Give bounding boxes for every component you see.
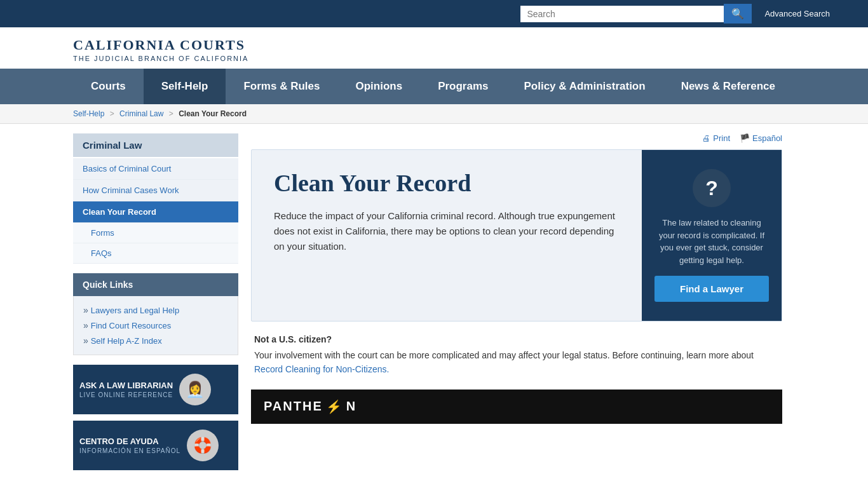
hero-title: Clean Your Record [274, 169, 620, 197]
top-search-bar: 🔍 Advanced Search [0, 0, 868, 27]
logo-area: CALIFORNIA COURTS THE JUDICIAL BRANCH OF… [0, 27, 868, 69]
content-wrapper: Criminal Law Basics of Criminal Court Ho… [0, 124, 868, 480]
espanol-label: Español [752, 133, 782, 143]
nav-item-selfhelp[interactable]: Self-Help [144, 69, 226, 104]
printer-icon: 🖨 [702, 133, 710, 143]
centro-text: CENTRO DE AYUDA INFORMACIÓN EN ESPAÑOL [79, 437, 180, 454]
nav-item-policy[interactable]: Policy & Administration [506, 69, 663, 104]
nav-item-courts[interactable]: Courts [73, 69, 144, 104]
quick-link-selfhelp-index[interactable]: Self Help A-Z Index [91, 336, 162, 346]
quick-link-lawyers[interactable]: Lawyers and Legal Help [91, 306, 179, 315]
centro-sub-text: INFORMACIÓN EN ESPAÑOL [79, 447, 180, 454]
breadcrumb-current: Clean Your Record [179, 109, 247, 118]
breadcrumb-selfhelp[interactable]: Self-Help [73, 109, 104, 118]
pantheon-banner: PANTHE⚡N [251, 390, 782, 424]
sidebar-item-howcases[interactable]: How Criminal Cases Work [73, 180, 238, 201]
panel-text: The law related to cleaning your record … [654, 217, 769, 266]
sidebar-sub-item-faqs[interactable]: FAQs [73, 243, 238, 264]
breadcrumb-sep1: > [110, 109, 114, 118]
espanol-link[interactable]: 🏴 Español [740, 133, 782, 143]
search-input[interactable] [520, 6, 724, 22]
main-content: 🖨 Print 🏴 Español Clean Your Record Redu… [238, 124, 795, 480]
sidebar-section-title: Criminal Law [73, 133, 238, 157]
not-citizen-body: Your involvement with the court can be m… [254, 350, 754, 360]
nav-item-newsreference[interactable]: News & Reference [663, 69, 793, 104]
centro-main-text: CENTRO DE AYUDA [79, 437, 180, 446]
sidebar: Criminal Law Basics of Criminal Court Ho… [73, 124, 238, 480]
sidebar-sub-item-forms[interactable]: Forms [73, 223, 238, 243]
record-cleaning-link[interactable]: Record Cleaning for Non-Citizens. [254, 364, 389, 374]
ask-librarian-sub-text: LIVE ONLINE REFERENCE [79, 391, 173, 398]
flag-icon: 🏴 [740, 133, 750, 143]
quick-links-title: Quick Links [73, 273, 238, 296]
pantheon-logo: PANTHE⚡N [264, 399, 356, 414]
hero-side-panel: ? The law related to cleaning your recor… [642, 150, 782, 321]
print-lang-bar: 🖨 Print 🏴 Español [251, 133, 782, 143]
nav-item-formsrules[interactable]: Forms & Rules [226, 69, 337, 104]
pantheon-text-part1: PANTHE [264, 399, 323, 414]
logo-title: CALIFORNIA COURTS [73, 37, 830, 53]
logo-subtitle: THE JUDICIAL BRANCH OF CALIFORNIA [73, 55, 830, 62]
not-citizen-title: Not a U.S. citizen? [254, 334, 779, 344]
main-nav: Courts Self-Help Forms & Rules Opinions … [0, 69, 868, 104]
sidebar-item-cleanyourrecord[interactable]: Clean Your Record [73, 201, 238, 223]
breadcrumb-criminallaw[interactable]: Criminal Law [119, 109, 163, 118]
hero-text-area: Clean Your Record Reduce the impact of y… [252, 150, 642, 321]
breadcrumb-sep2: > [169, 109, 173, 118]
ask-librarian-banner[interactable]: ASK A LAW LIBRARIAN LIVE ONLINE REFERENC… [73, 365, 238, 414]
search-form: 🔍 [520, 4, 752, 24]
search-button[interactable]: 🔍 [724, 4, 752, 24]
breadcrumb: Self-Help > Criminal Law > Clean Your Re… [0, 104, 868, 124]
centro-avatar: 🛟 [187, 430, 219, 461]
pantheon-lightning: ⚡ [326, 399, 343, 414]
ask-librarian-main-text: ASK A LAW LIBRARIAN [79, 381, 173, 390]
find-lawyer-button[interactable]: Find a Lawyer [654, 276, 769, 302]
nav-item-programs[interactable]: Programs [420, 69, 506, 104]
quick-links-list: Lawyers and Legal Help Find Court Resour… [73, 296, 238, 355]
hero-description: Reduce the impact of your California cri… [274, 208, 620, 254]
banner-text: ASK A LAW LIBRARIAN LIVE ONLINE REFERENC… [79, 381, 173, 398]
hero-box: Clean Your Record Reduce the impact of y… [251, 149, 782, 322]
advanced-search-link[interactable]: Advanced Search [764, 9, 830, 18]
centro-banner[interactable]: CENTRO DE AYUDA INFORMACIÓN EN ESPAÑOL 🛟 [73, 421, 238, 470]
not-citizen-text: Your involvement with the court can be m… [254, 348, 779, 377]
pantheon-text-suffix: N [346, 399, 356, 414]
sidebar-item-basics[interactable]: Basics of Criminal Court [73, 158, 238, 180]
quick-link-court-resources[interactable]: Find Court Resources [91, 321, 171, 330]
nav-item-opinions[interactable]: Opinions [337, 69, 420, 104]
print-link[interactable]: 🖨 Print [702, 133, 730, 143]
not-citizen-section: Not a U.S. citizen? Your involvement wit… [251, 334, 782, 377]
question-icon: ? [693, 169, 731, 207]
print-label: Print [713, 133, 730, 143]
librarian-avatar: 👩‍💼 [179, 374, 211, 405]
